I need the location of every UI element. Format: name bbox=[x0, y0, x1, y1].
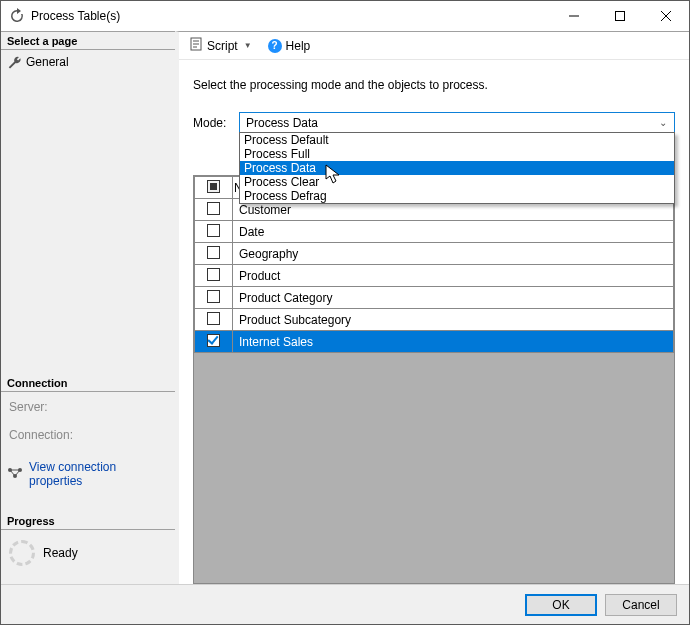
object-table-wrap: Name CustomerDateGeographyProductProduct… bbox=[193, 175, 675, 584]
script-button[interactable]: Script ▼ bbox=[185, 35, 258, 56]
mode-option[interactable]: Process Full bbox=[240, 147, 674, 161]
tristate-check-icon bbox=[207, 180, 220, 193]
row-check-cell[interactable] bbox=[195, 287, 233, 309]
toolbar: Script ▼ ? Help bbox=[179, 32, 689, 60]
window-controls bbox=[551, 1, 689, 31]
connection-section: Connection Server: Connection: View conn… bbox=[1, 374, 175, 492]
left-pane: Select a page General Connection Server:… bbox=[1, 31, 175, 584]
connection-label: Connection: bbox=[7, 424, 169, 452]
row-name-cell: Geography bbox=[233, 243, 674, 265]
row-check-cell[interactable] bbox=[195, 265, 233, 287]
checkbox-icon bbox=[207, 224, 220, 237]
dialog-body: Select a page General Connection Server:… bbox=[1, 31, 689, 584]
dialog-window: Process Table(s) Select a page General C… bbox=[0, 0, 690, 625]
table-row[interactable]: Date bbox=[195, 221, 674, 243]
table-row[interactable]: Product bbox=[195, 265, 674, 287]
mode-label: Mode: bbox=[193, 116, 231, 130]
row-check-cell[interactable] bbox=[195, 221, 233, 243]
svg-rect-1 bbox=[616, 12, 625, 21]
row-name-cell: Date bbox=[233, 221, 674, 243]
mode-select-wrap: Process Data ⌄ Process DefaultProcess Fu… bbox=[239, 112, 675, 133]
maximize-button[interactable] bbox=[597, 1, 643, 31]
table-row[interactable]: Geography bbox=[195, 243, 674, 265]
row-check-cell[interactable] bbox=[195, 309, 233, 331]
mode-select[interactable]: Process Data ⌄ bbox=[239, 112, 675, 133]
close-button[interactable] bbox=[643, 1, 689, 31]
table-row[interactable]: Product Subcategory bbox=[195, 309, 674, 331]
progress-status: Ready bbox=[43, 546, 78, 560]
instruction-text: Select the processing mode and the objec… bbox=[193, 78, 675, 92]
row-check-cell[interactable] bbox=[195, 331, 233, 353]
mode-option[interactable]: Process Default bbox=[240, 133, 674, 147]
cancel-button[interactable]: Cancel bbox=[605, 594, 677, 616]
spinner-icon bbox=[9, 540, 35, 566]
progress-section: Progress Ready bbox=[1, 512, 175, 584]
view-connection-properties[interactable]: View connection properties bbox=[7, 452, 169, 488]
dialog-footer: OK Cancel bbox=[1, 584, 689, 624]
ok-button[interactable]: OK bbox=[525, 594, 597, 616]
checkbox-icon bbox=[207, 290, 220, 303]
network-icon bbox=[7, 467, 23, 482]
checkbox-icon bbox=[207, 334, 220, 347]
row-name-cell: Product bbox=[233, 265, 674, 287]
svg-rect-0 bbox=[569, 16, 579, 17]
chevron-down-icon[interactable]: ▼ bbox=[242, 41, 254, 50]
right-pane: Script ▼ ? Help Select the processing mo… bbox=[175, 31, 689, 584]
row-name-cell: Product Category bbox=[233, 287, 674, 309]
wrench-icon bbox=[7, 55, 21, 69]
row-name-cell: Product Subcategory bbox=[233, 309, 674, 331]
table-row[interactable]: Internet Sales bbox=[195, 331, 674, 353]
mode-dropdown-list: Process DefaultProcess FullProcess DataP… bbox=[239, 132, 675, 204]
checkbox-icon bbox=[207, 246, 220, 259]
page-item-label: General bbox=[26, 55, 69, 69]
chevron-down-icon: ⌄ bbox=[654, 117, 672, 128]
mode-option[interactable]: Process Data bbox=[240, 161, 674, 175]
page-list: General bbox=[1, 50, 175, 74]
row-name-cell: Internet Sales bbox=[233, 331, 674, 353]
connection-header: Connection bbox=[1, 374, 175, 392]
row-check-cell[interactable] bbox=[195, 243, 233, 265]
help-label: Help bbox=[286, 39, 311, 53]
table-row[interactable]: Product Category bbox=[195, 287, 674, 309]
content-area: Select the processing mode and the objec… bbox=[179, 60, 689, 584]
checkbox-icon bbox=[207, 312, 220, 325]
window-title: Process Table(s) bbox=[31, 9, 551, 23]
server-label: Server: bbox=[7, 396, 169, 424]
mode-select-value: Process Data bbox=[246, 116, 318, 130]
minimize-button[interactable] bbox=[551, 1, 597, 31]
view-connection-properties-label: View connection properties bbox=[29, 460, 169, 488]
mode-option[interactable]: Process Defrag bbox=[240, 189, 674, 203]
title-bar: Process Table(s) bbox=[1, 1, 689, 31]
select-page-header: Select a page bbox=[1, 32, 175, 50]
row-check-cell[interactable] bbox=[195, 199, 233, 221]
help-icon: ? bbox=[268, 39, 282, 53]
refresh-icon bbox=[9, 8, 25, 24]
mode-option[interactable]: Process Clear bbox=[240, 175, 674, 189]
help-button[interactable]: ? Help bbox=[264, 37, 315, 55]
mode-row: Mode: Process Data ⌄ Process DefaultProc… bbox=[193, 112, 675, 133]
script-icon bbox=[189, 37, 203, 54]
progress-header: Progress bbox=[1, 512, 175, 530]
header-check-cell[interactable] bbox=[195, 177, 233, 199]
checkbox-icon bbox=[207, 202, 220, 215]
script-label: Script bbox=[207, 39, 238, 53]
page-item-general[interactable]: General bbox=[7, 54, 169, 70]
checkbox-icon bbox=[207, 268, 220, 281]
